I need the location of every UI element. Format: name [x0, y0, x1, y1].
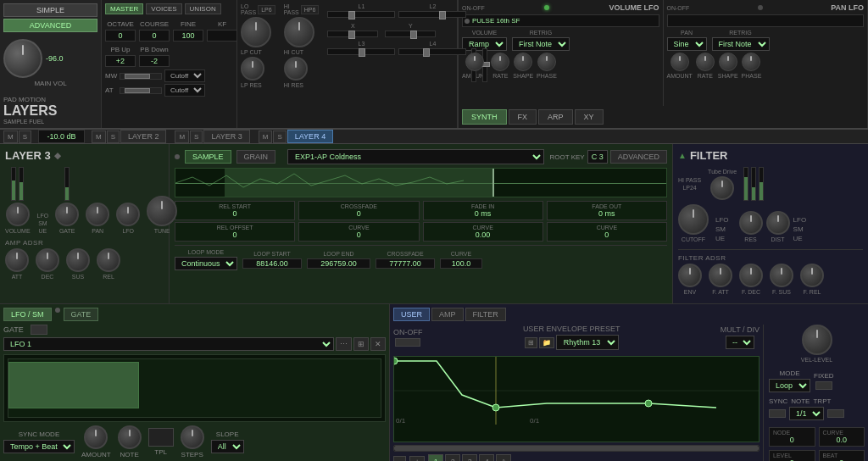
xy-btn[interactable]: XY [575, 109, 604, 125]
lfo2-knob[interactable] [116, 203, 140, 226]
lfo-sm-btn[interactable]: LFO / SM [3, 308, 52, 321]
gate-display-area[interactable] [3, 354, 386, 422]
sync-mode-select[interactable]: Tempo + Beat [3, 440, 75, 453]
main-vol-knob[interactable] [3, 39, 42, 78]
loop-curve-input[interactable] [440, 258, 482, 269]
layer2-s-btn[interactable]: S [107, 131, 120, 143]
user-btn[interactable]: USER [393, 308, 430, 321]
at-cutoff-select[interactable]: Cutoff [164, 84, 205, 97]
fade-in-input[interactable] [427, 209, 539, 218]
layer4-tab[interactable]: LAYER 4 [287, 130, 333, 143]
sample-name-select[interactable]: EXP1-AP Coldness [287, 149, 544, 164]
fine-input[interactable] [173, 30, 203, 42]
pan-lfo-type-select[interactable]: Sine [667, 37, 707, 51]
voices-btn[interactable]: VOICES [146, 3, 181, 14]
trpt-led[interactable] [827, 409, 844, 418]
octave-input[interactable] [105, 30, 136, 42]
res-knob[interactable] [739, 211, 763, 235]
advanced-btn[interactable]: ADVANCED [610, 150, 667, 164]
layer2-m-btn[interactable]: M [92, 131, 106, 143]
at-fader[interactable] [120, 87, 162, 94]
preset-icon-btn[interactable]: ⊞ [525, 337, 537, 348]
f-sus-knob[interactable] [770, 264, 793, 287]
pan-lfo-shape-knob[interactable] [719, 53, 737, 71]
mult-div-select[interactable]: -- [726, 336, 754, 349]
l4-slider[interactable] [398, 48, 466, 55]
lp-res-knob[interactable] [241, 57, 264, 81]
envelope-display[interactable]: 0/1 0/1 [393, 356, 760, 442]
page-3-btn[interactable]: 3 [462, 454, 477, 461]
curve-input-right[interactable] [823, 436, 861, 444]
rel-offset-input[interactable] [179, 230, 291, 239]
piano-roll[interactable] [8, 358, 381, 418]
lfo-icon-btn1[interactable]: ⋯ [336, 337, 352, 351]
layer4-m-btn[interactable]: M [259, 131, 273, 143]
rel-knob[interactable] [97, 248, 120, 272]
mode-select[interactable]: Loop [769, 379, 810, 392]
pan-knob[interactable] [86, 203, 109, 226]
page-2-btn[interactable]: 2 [445, 454, 460, 461]
mw-cutoff-select[interactable]: Cutoff [164, 69, 205, 82]
volume-knob[interactable] [6, 203, 30, 226]
loop-crossfade-input[interactable] [376, 258, 435, 269]
dec-knob[interactable] [36, 248, 59, 272]
advanced-button[interactable]: ADVANCED [3, 19, 97, 32]
note-select[interactable]: 1/1 [789, 407, 824, 420]
vol-lfo-shape-knob[interactable] [514, 53, 532, 71]
curve1-input[interactable] [303, 230, 415, 239]
dist-knob[interactable] [766, 211, 790, 235]
fx-btn[interactable]: FX [509, 109, 537, 125]
page-a-btn[interactable]: A [496, 454, 511, 461]
pan-lfo-amount-knob[interactable] [670, 53, 689, 71]
layer3-s-btn[interactable]: S [190, 131, 203, 143]
vol-lfo-phase-knob[interactable] [537, 53, 556, 71]
loop-end-input[interactable] [307, 258, 370, 269]
vol-lfo-amount-knob[interactable] [465, 53, 484, 71]
plus-btn[interactable]: + [409, 456, 425, 462]
grain-tab-btn[interactable]: GRAIN [236, 150, 276, 164]
loop-mode-select[interactable]: Continuous One Shot Ping Pong [175, 257, 237, 270]
layer3-tab[interactable]: LAYER 3 [203, 130, 249, 143]
vol-lfo-retrig-select[interactable]: First Note [512, 37, 570, 51]
y-slider[interactable] [385, 31, 436, 37]
lfo-icon-btn2[interactable]: ⊞ [353, 337, 369, 351]
note-knob-bottom[interactable] [118, 425, 142, 449]
amp-btn-bottom[interactable]: AMP [431, 308, 464, 321]
gate-knob[interactable] [55, 203, 79, 226]
env-knob[interactable] [678, 264, 702, 287]
layer3-m-btn[interactable]: M [175, 131, 189, 143]
arp-btn[interactable]: ARP [538, 109, 573, 125]
att-knob[interactable] [5, 248, 29, 272]
preset-folder-btn[interactable]: 📁 [539, 337, 554, 348]
hi-res-knob[interactable] [284, 57, 308, 81]
slope-select[interactable]: All [211, 440, 244, 453]
vel-level-knob[interactable] [802, 325, 832, 355]
sample-tab-btn[interactable]: SAMPLE [185, 150, 231, 164]
x-slider[interactable] [327, 31, 378, 37]
fade-out-input[interactable] [551, 209, 663, 218]
waveform-area[interactable] [175, 168, 667, 197]
pb-down-input[interactable] [139, 55, 170, 67]
l2-slider[interactable] [398, 11, 466, 18]
layer1-s-btn[interactable]: S [19, 131, 31, 143]
pan-lfo-phase-knob[interactable] [742, 53, 760, 71]
filter-btn-bottom[interactable]: FILTER [465, 308, 506, 321]
f-dec-knob[interactable] [739, 264, 763, 287]
crossfade-input[interactable] [303, 209, 415, 218]
curve2-input[interactable] [427, 230, 539, 239]
curve3-input[interactable] [551, 230, 663, 239]
node-input[interactable] [773, 436, 811, 444]
lfo-delete-btn[interactable]: ✕ [370, 337, 386, 351]
layer2-tab[interactable]: LAYER 2 [120, 130, 166, 143]
f-att-knob[interactable] [709, 264, 732, 287]
loop-start-input[interactable] [242, 258, 302, 269]
fixed-led[interactable] [815, 381, 832, 390]
layer1-m-btn[interactable]: M [3, 131, 18, 143]
preset-select[interactable]: Rhythm 13 [556, 335, 619, 350]
synth-btn[interactable]: SYNTH [462, 109, 507, 125]
f-rel-knob[interactable] [800, 264, 824, 287]
l3-slider[interactable] [327, 48, 395, 55]
amount-knob-bottom[interactable] [84, 425, 108, 449]
env-scrollbar[interactable] [393, 445, 760, 452]
unison-btn[interactable]: UNISON [185, 3, 221, 14]
